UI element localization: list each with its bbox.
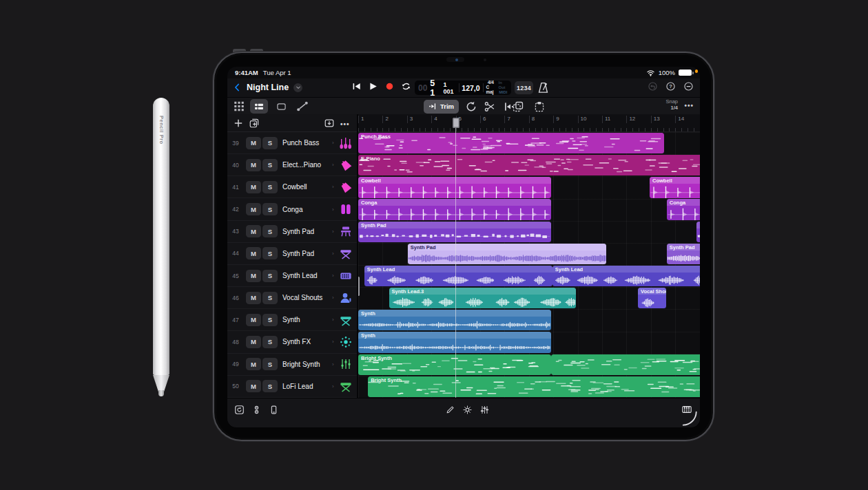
project-title[interactable]: Night Line: [247, 83, 289, 92]
more-options-button[interactable]: •••: [684, 102, 694, 109]
loop-tool-button[interactable]: [465, 100, 477, 113]
pencil-edit-button[interactable]: [445, 405, 455, 415]
lcd-key: C maj: [486, 85, 495, 95]
track-header-43[interactable]: 43MSSynth Pad›: [227, 221, 357, 243]
solo-button[interactable]: S: [262, 380, 278, 392]
region-bright-synth[interactable]: Bright Synth: [358, 354, 551, 375]
split-tool-button[interactable]: [484, 100, 496, 113]
solo-button[interactable]: S: [262, 358, 278, 370]
region-vocal-shouts[interactable]: Vocal Shouts: [638, 288, 666, 308]
mute-button[interactable]: M: [246, 203, 261, 215]
swipe-up-indicator[interactable]: [681, 410, 698, 427]
solo-button[interactable]: S: [262, 225, 278, 237]
track-header-45[interactable]: 45MSSynth Lead›: [227, 265, 357, 287]
region-inspector-button[interactable]: [273, 99, 289, 114]
smart-controls-button[interactable]: [462, 405, 473, 415]
solo-button[interactable]: S: [262, 137, 278, 149]
play-button[interactable]: [368, 81, 378, 92]
device-button[interactable]: [269, 405, 279, 415]
trim-tool-button[interactable]: Trim: [424, 100, 459, 114]
region-cowbell[interactable]: Cowbell: [650, 177, 700, 198]
automation-button[interactable]: [294, 99, 311, 114]
region-synth-pad[interactable]: Synth Pad: [408, 244, 606, 264]
region-synth-lead[interactable]: Synth Lead: [552, 266, 700, 286]
mute-button[interactable]: M: [246, 358, 261, 370]
cycle-button[interactable]: [401, 81, 411, 92]
solo-button[interactable]: S: [262, 336, 278, 348]
mute-button[interactable]: M: [246, 380, 261, 392]
track-header-46[interactable]: 46MSVocal Shouts›: [227, 287, 357, 309]
region-synth[interactable]: Synth: [358, 332, 551, 352]
mute-button[interactable]: M: [246, 292, 261, 304]
track-disclosure-icon: ›: [332, 162, 338, 168]
mixer-levels-button[interactable]: [479, 405, 490, 415]
mute-button[interactable]: M: [246, 247, 261, 259]
copy-button[interactable]: [512, 100, 524, 113]
region-synth-pad[interactable]: Synth Pad: [358, 222, 551, 242]
solo-button[interactable]: S: [262, 181, 278, 193]
solo-button[interactable]: S: [262, 203, 278, 215]
tracks-view-button[interactable]: [250, 99, 268, 114]
track-header-49[interactable]: 49MSBright Synth›: [227, 354, 357, 376]
track-header-40[interactable]: 40MSElect...Piano›: [227, 154, 357, 176]
mute-button[interactable]: M: [246, 336, 261, 348]
transport-controls: [351, 81, 411, 92]
track-lanes[interactable]: Punch BassE-PianoCowbellCowbellCongaCong…: [358, 132, 700, 398]
cells-view-button[interactable]: [233, 99, 245, 114]
track-header-50[interactable]: 50MSLoFi Lead›: [227, 376, 357, 398]
track-header-44[interactable]: 44MSSynth Pad›: [227, 243, 357, 265]
vertical-scrollbar[interactable]: [358, 277, 360, 296]
region-synth-lead-3[interactable]: Synth Lead.3: [389, 288, 576, 308]
project-menu-button[interactable]: [293, 83, 302, 92]
mute-button[interactable]: M: [246, 225, 261, 237]
region-synth-pad[interactable]: Synth Pad: [667, 244, 700, 264]
help-button[interactable]: ?: [665, 81, 676, 92]
metronome-button[interactable]: [537, 81, 550, 94]
solo-button[interactable]: S: [262, 159, 278, 171]
playhead-handle[interactable]: [453, 118, 459, 128]
mute-button[interactable]: M: [246, 181, 261, 193]
region-clip[interactable]: [551, 354, 700, 375]
mute-button[interactable]: M: [246, 314, 261, 326]
track-header-42[interactable]: 42MSConga›: [227, 198, 357, 220]
region-cowbell[interactable]: Cowbell: [358, 177, 551, 198]
loop-browser-button[interactable]: [234, 405, 245, 415]
add-track-button[interactable]: [233, 118, 244, 129]
region-conga[interactable]: Conga: [358, 199, 551, 220]
back-button[interactable]: [233, 82, 242, 93]
track-header-48[interactable]: 48MSSynth FX›: [227, 331, 357, 353]
solo-button[interactable]: S: [262, 247, 278, 259]
solo-button[interactable]: S: [262, 292, 278, 304]
track-header-47[interactable]: 47MSSynth›: [227, 309, 357, 331]
region-conga[interactable]: Conga: [667, 199, 700, 220]
undo-button[interactable]: [648, 81, 658, 92]
track-header-39[interactable]: 39MSPunch Bass›: [227, 132, 357, 154]
region-bright-synth[interactable]: Bright Synth: [368, 376, 700, 397]
region-punch-bass[interactable]: Punch Bass: [358, 133, 664, 153]
mute-button[interactable]: M: [246, 137, 261, 149]
battery-icon: [679, 70, 692, 76]
record-button[interactable]: [384, 81, 395, 92]
snap-setting[interactable]: Snap 1/4: [665, 99, 678, 111]
mute-button[interactable]: M: [246, 159, 261, 171]
region-synth-lead[interactable]: Synth Lead: [364, 266, 552, 286]
lcd-display[interactable]: 00 5 1 1 001 127,0 4/4 C maj In Out MIDI: [415, 81, 511, 95]
bass-trio-icon: [339, 136, 353, 150]
region-clip[interactable]: [696, 222, 700, 242]
mute-button[interactable]: M: [246, 270, 261, 282]
duplicate-track-button[interactable]: [249, 118, 260, 129]
region-e-piano[interactable]: E-Piano: [358, 155, 700, 175]
playhead[interactable]: [455, 118, 457, 398]
count-in-button[interactable]: 1234: [515, 81, 533, 94]
solo-button[interactable]: S: [262, 314, 278, 326]
paste-button[interactable]: [533, 100, 546, 113]
track-header-41[interactable]: 41MSCowbell›: [227, 176, 357, 198]
plugins-button[interactable]: [251, 405, 262, 415]
bar-ruler[interactable]: 123456789101112131415: [358, 114, 700, 132]
region-synth[interactable]: Synth: [358, 310, 551, 330]
rewind-button[interactable]: [351, 81, 362, 92]
import-region-button[interactable]: [324, 118, 335, 129]
track-options-button[interactable]: •••: [340, 120, 351, 131]
hide-controls-button[interactable]: [683, 81, 694, 92]
solo-button[interactable]: S: [262, 270, 278, 282]
